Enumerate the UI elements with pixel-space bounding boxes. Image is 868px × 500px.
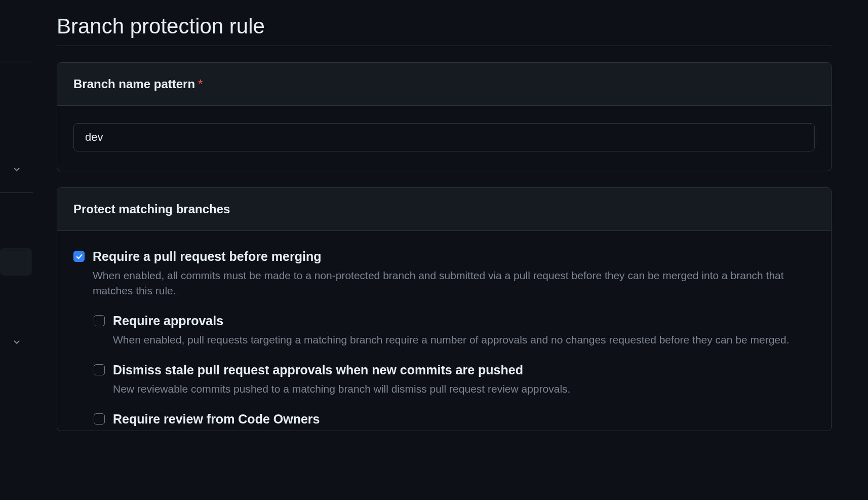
page-title: Branch protection rule <box>57 14 832 46</box>
checkbox-dismiss-stale-approvals[interactable] <box>94 364 105 375</box>
option-label: Dismiss stale pull request approvals whe… <box>113 362 815 378</box>
branch-pattern-card: Branch name pattern* <box>57 62 832 171</box>
checkbox-require-approvals[interactable] <box>94 315 105 326</box>
option-require-code-owners: Require review from Code Owners <box>94 411 815 431</box>
sidebar-divider <box>0 193 33 193</box>
option-label: Require a pull request before merging <box>93 248 815 265</box>
protect-branches-title: Protect matching branches <box>73 202 230 216</box>
branch-pattern-body <box>57 106 831 171</box>
option-label: Require review from Code Owners <box>113 411 815 428</box>
protect-branches-body: Require a pull request before merging Wh… <box>57 231 831 431</box>
checkbox-require-pull-request[interactable] <box>73 251 85 262</box>
branch-pattern-input[interactable] <box>73 123 815 151</box>
option-require-approvals: Require approvals When enabled, pull req… <box>94 313 815 348</box>
option-description: When enabled, pull requests targeting a … <box>113 332 815 348</box>
option-label: Require approvals <box>113 313 815 329</box>
sidebar-stub <box>0 0 33 500</box>
sidebar-selected-item[interactable] <box>0 248 32 276</box>
chevron-down-icon[interactable] <box>11 164 22 175</box>
option-dismiss-stale-approvals: Dismiss stale pull request approvals whe… <box>94 362 815 397</box>
option-require-pull-request: Require a pull request before merging Wh… <box>73 248 815 298</box>
branch-pattern-label: Branch name pattern <box>73 77 195 91</box>
checkbox-require-code-owners[interactable] <box>94 413 105 425</box>
chevron-down-icon[interactable] <box>11 336 22 348</box>
main-content: Branch protection rule Branch name patte… <box>57 14 832 447</box>
option-description: New reviewable commits pushed to a match… <box>113 381 815 397</box>
required-indicator: * <box>198 77 203 91</box>
protect-branches-card: Protect matching branches Require a pull… <box>57 187 832 431</box>
option-description: When enabled, all commits must be made t… <box>93 268 815 299</box>
sidebar-divider <box>0 61 33 61</box>
protect-branches-header: Protect matching branches <box>57 188 831 231</box>
branch-pattern-header: Branch name pattern* <box>57 63 831 106</box>
